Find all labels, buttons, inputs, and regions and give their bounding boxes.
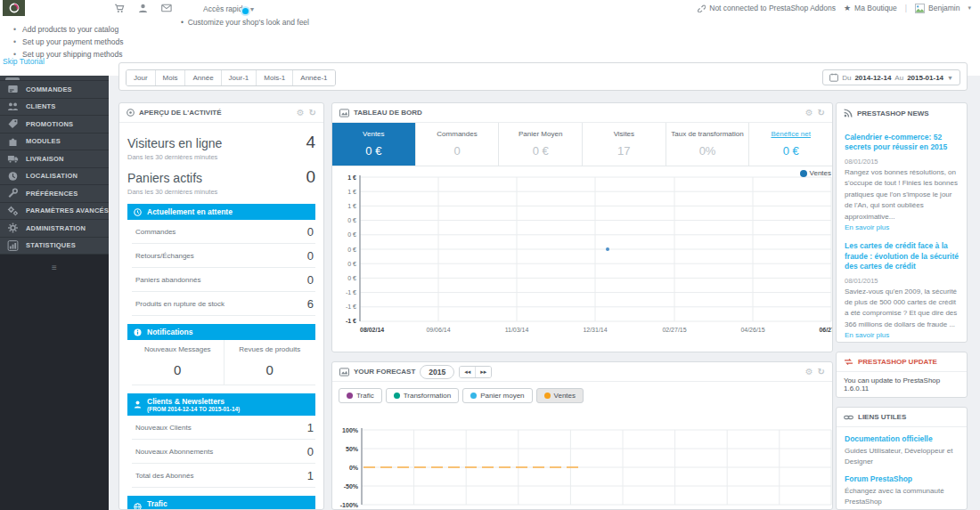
onboarding-current-step: • Customize your shop's look and feel [181, 18, 309, 27]
panel-title: YOUR FORECAST [354, 368, 415, 376]
sidebar-item-localisation[interactable]: LOCALISATION [0, 168, 109, 186]
read-more-link[interactable]: En savoir plus [845, 331, 889, 339]
active-carts-value: 0 [306, 167, 315, 187]
chart-panel-icon [339, 368, 349, 376]
user-menu-caret-icon[interactable]: ▾ [968, 4, 971, 12]
stat-row[interactable]: Nouveaux Abonnements0 [132, 440, 315, 464]
svg-text:50%: 50% [346, 446, 359, 452]
stat-row[interactable]: Paniers abandonnés0 [132, 268, 315, 292]
bar-chart-icon [7, 240, 19, 251]
tab-benefice-net[interactable]: Bénéfice net0 € [749, 123, 832, 166]
legend-dot-ventes [800, 170, 807, 177]
refresh-icon[interactable]: ↻ [818, 368, 825, 376]
stat-row[interactable]: Total des Abonnés1 [132, 464, 315, 488]
notifications-col-messages[interactable]: Nouveaux Messages 0 [132, 340, 225, 385]
gear-icon[interactable]: ⚙ [805, 109, 813, 117]
svg-text:-100%: -100% [340, 502, 359, 508]
sales-chart: Ventes 1 € 1 € 1 € 0 € 0 € 0 € 0 € 0 € [339, 168, 833, 346]
transformation-dot-icon [394, 393, 400, 399]
prestashop-logo[interactable] [3, 0, 25, 16]
read-more-link[interactable]: En savoir plus [845, 223, 889, 231]
tab-ventes[interactable]: Ventes0 € [332, 123, 416, 166]
sidebar-item-parametres-avances[interactable]: PARAMÈTRES AVANCÉS [0, 203, 109, 221]
forward-icon[interactable]: ▸▸ [476, 367, 491, 377]
notifications-col-reviews[interactable]: Revues de produits 0 [225, 340, 316, 385]
legend-button-transformation[interactable]: Transformation [386, 388, 460, 403]
wrench-icon [7, 188, 19, 198]
clock-icon [134, 208, 142, 216]
sidebar-item-clients[interactable]: CLIENTS [0, 99, 109, 117]
sidebar-collapse-button[interactable]: ≡ [48, 263, 61, 272]
svg-text:0 €: 0 € [347, 217, 356, 223]
skip-tutorial-link[interactable]: Skip Tutorial [3, 57, 45, 66]
tab-taux-transformation[interactable]: Taux de transformation0% [666, 123, 750, 166]
gear-icon[interactable]: ⚙ [297, 109, 305, 117]
range-button-mois[interactable]: Mois [156, 70, 186, 85]
panier-moyen-dot-icon [470, 393, 477, 399]
range-button-mois-1[interactable]: Mois-1 [257, 70, 293, 85]
svg-text:-50%: -50% [344, 483, 359, 490]
refresh-icon[interactable]: ↻ [818, 109, 825, 117]
date-range-picker[interactable]: Du 2014-12-14 Au 2015-01-14 ▼ [822, 69, 960, 85]
legend-button-trafic[interactable]: Trafic [339, 388, 382, 403]
legend-button-panier-moyen[interactable]: Panier moyen [462, 388, 532, 403]
link-description: Guides Utilisateur, Développeur et Desig… [845, 446, 959, 467]
tab-panier-moyen[interactable]: Panier Moyen0 € [499, 123, 583, 166]
topbar: Accès rapide ▼ Not connected to PrestaSh… [0, 0, 980, 16]
stat-row[interactable]: Retours/Échanges0 [132, 244, 315, 268]
news-panel: PRESTASHOP NEWS Calendrier e-commerce: 5… [836, 102, 968, 343]
addons-status[interactable]: Not connected to PrestaShop Addons [697, 4, 836, 12]
menu-collapse-icon: ≡ [52, 263, 57, 272]
notifications-section-header: Notifications [127, 324, 315, 340]
sidebar-item-livraison[interactable]: LIVRAISON [0, 150, 109, 168]
svg-text:0 €: 0 € [347, 231, 356, 238]
link-title[interactable]: Forum PrestaShop [845, 474, 959, 483]
rewind-icon[interactable]: ◂◂ [460, 367, 476, 377]
range-button-annee-1[interactable]: Année-1 [293, 70, 334, 85]
forecast-year: 2015 [420, 365, 454, 379]
tab-visites[interactable]: Visites17 [583, 123, 666, 166]
svg-text:-1 €: -1 € [346, 318, 356, 324]
gear-icon[interactable]: ⚙ [805, 368, 813, 376]
sidebar-item-administration[interactable]: ADMINISTRATION [0, 220, 109, 238]
dashboard-panel: TABLEAU DE BORD ⚙ ↻ Ventes0 € Commandes0… [331, 102, 833, 352]
legend-button-ventes[interactable]: Ventes [536, 388, 584, 403]
stat-row[interactable]: Commandes0 [132, 220, 315, 244]
prestashop-admin-dashboard: Accès rapide ▼ Not connected to PrestaSh… [0, 0, 980, 510]
panel-title: APERÇU DE L'ACTIVITÉ [139, 109, 222, 117]
news-article-title[interactable]: Calendrier e-commerce: 52 secrets pour r… [845, 133, 959, 153]
sidebar: COMMANDES CLIENTS PROMOTIONS MODULES LIV… [0, 76, 109, 510]
panel-title: LIENS UTILES [858, 413, 906, 421]
sidebar-item-commandes[interactable]: COMMANDES [0, 81, 109, 99]
update-arrows-icon [844, 358, 853, 366]
onboarding-highlight-dot[interactable] [242, 8, 249, 14]
range-button-annee[interactable]: Année [185, 70, 221, 85]
svg-text:-1 €: -1 € [346, 289, 356, 295]
shop-link[interactable]: ★ Ma Boutique [844, 4, 897, 12]
svg-text:-1 €: -1 € [346, 304, 356, 310]
traffic-section-header: Trafic(FROM 2014-12-14 TO 2015-01-14) [127, 496, 315, 510]
stat-row[interactable]: Nouveaux Clients1 [132, 416, 315, 440]
user-icon[interactable] [138, 4, 148, 13]
useful-link: Documentation officielle Guides Utilisat… [837, 427, 967, 467]
news-article-title[interactable]: Les cartes de crédit face à la fraude : … [845, 241, 959, 271]
svg-text:1 €: 1 € [347, 174, 356, 181]
svg-text:02/27/15: 02/27/15 [662, 327, 686, 333]
sidebar-item-modules[interactable]: MODULES [0, 134, 109, 151]
customers-icon [7, 101, 19, 112]
tag-icon [7, 118, 19, 129]
refresh-icon[interactable]: ↻ [309, 109, 316, 117]
sidebar-item-statistiques[interactable]: STATISTIQUES [0, 238, 109, 255]
sidebar-item-preferences[interactable]: PRÉFÉRENCES [0, 185, 109, 203]
stat-row[interactable]: Produits en rupture de stock6 [132, 292, 315, 316]
envelope-icon[interactable] [161, 4, 172, 12]
range-button-jour-1[interactable]: Jour-1 [222, 70, 257, 85]
cart-icon[interactable] [114, 4, 125, 13]
tab-commandes[interactable]: Commandes0 [416, 123, 500, 166]
chart-legend: Ventes [800, 169, 831, 177]
svg-text:0%: 0% [349, 465, 359, 471]
user-menu[interactable]: Benjamin [915, 4, 960, 13]
link-title[interactable]: Documentation officielle [845, 434, 959, 443]
sidebar-item-promotions[interactable]: PROMOTIONS [0, 116, 109, 134]
range-button-jour[interactable]: Jour [127, 70, 156, 85]
